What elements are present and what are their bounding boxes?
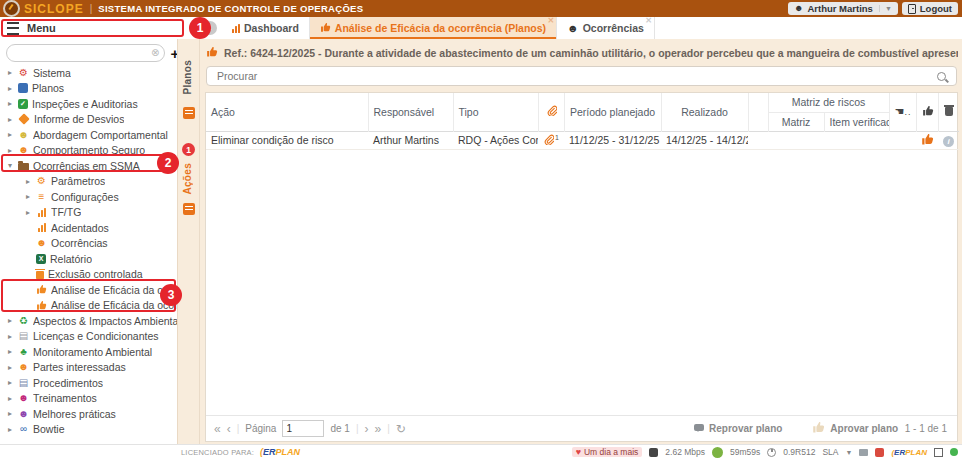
search-icon[interactable] [937,72,946,81]
user-name: Arthur Martins [807,3,872,14]
printer-icon[interactable] [859,449,868,456]
sidebar-item-melhores-praticas[interactable]: ▸☻Melhores práticas [0,406,177,422]
sidebar-item-label: Aspectos & Impactos Ambientais [33,315,177,327]
sidebar-search-input[interactable] [15,47,151,60]
tab-label: Análise de Eficácia da ocorrência (Plano… [335,22,546,34]
close-icon[interactable]: ✕ [645,17,652,25]
col-realizado[interactable]: Realizado [661,93,748,131]
chevron-right-icon[interactable]: ▸ [6,363,14,372]
chevron-right-icon[interactable]: ▸ [6,347,14,356]
col-matriz[interactable]: Matriz [768,112,824,131]
chevron-right-icon[interactable]: ▸ [6,130,14,139]
chevron-right-icon[interactable]: ▸ [6,378,14,387]
col-periodo[interactable]: Período planejado [564,93,661,131]
last-page-icon[interactable]: » [375,423,382,435]
first-page-icon[interactable]: « [214,423,221,435]
chevron-right-icon[interactable]: ▸ [6,115,14,124]
chevron-right-icon[interactable]: ▸ [6,316,14,325]
chevron-right-icon[interactable]: ▸ [6,68,14,77]
aprovar-plano-button[interactable]: Aprovar plano [812,421,898,436]
user-icon: ☻ [794,4,803,13]
tab-dashboard[interactable]: Dashboard [222,17,310,39]
chevron-right-icon[interactable]: ▸ [6,409,14,418]
col-attachments[interactable] [538,93,564,131]
acoes-tab-icon[interactable] [183,203,195,215]
close-icon[interactable]: ✕ [547,17,554,25]
sidebar-item-aspectos-impactos-ambientais[interactable]: ▸♻Aspectos & Impactos Ambientais [0,313,177,329]
table-search-input[interactable] [215,69,937,83]
sidebar-item-inspecoes-e-auditorias[interactable]: ▸✓Inspeções e Auditorias [0,96,177,112]
col-item-verificado[interactable]: Item verificado [824,112,889,131]
sidebar-item-monitoramento-ambiental[interactable]: ▸♣Monitoramento Ambiental [0,344,177,360]
sidebar-item-abordagem-comportamental[interactable]: ▸☻Abordagem Comportamental [0,127,177,143]
planos-tab-icon[interactable] [183,107,195,119]
col-acao[interactable]: Ação [206,93,368,131]
vtab-acoes[interactable]: Ações [182,163,193,195]
sidebar-item-parametros[interactable]: ▸⚙Parâmetros [0,174,177,190]
next-page-icon[interactable]: › [365,423,369,435]
sidebar-item-bowtie[interactable]: ▸∞Bowtie [0,422,177,438]
sidebar-search-box[interactable]: ⊗ [6,44,165,62]
col-responsavel[interactable]: Responsável [368,93,453,131]
col-spacer [748,93,768,131]
sidebar-item-planos[interactable]: ▸Planos [0,81,177,97]
sidebar-item-relatorio[interactable]: XRelatório [0,251,177,267]
chevron-right-icon[interactable]: ▸ [6,99,14,108]
info-icon[interactable]: i [943,136,954,147]
pagina-label: Página [245,423,276,434]
sla-label[interactable]: SLA [822,447,838,457]
chevron-right-icon[interactable]: ▸ [24,192,32,201]
chevron-right-icon[interactable]: ▸ [6,84,14,93]
reprovar-plano-button[interactable]: Reprovar plano [694,423,782,434]
sidebar-item-informe-de-desvios[interactable]: ▸Informe de Desvios [0,112,177,128]
col-thumbs[interactable] [916,93,938,131]
licensed-label: LICENCIADO PARA: [181,448,254,457]
chevron-right-icon[interactable]: ▸ [24,208,32,217]
sidebar-item-treinamentos[interactable]: ▸☻Treinamentos [0,391,177,407]
col-trash[interactable] [938,93,959,131]
add-button[interactable]: + [170,46,178,61]
cell-attachments[interactable]: 1 [538,131,564,149]
page-input[interactable] [282,420,324,437]
col-hand[interactable]: ☚.. [889,93,916,131]
cell-info[interactable]: i [938,131,959,149]
gear-icon: ⚙ [36,176,47,186]
cell-thumbs-up[interactable] [916,131,938,149]
vtab-planos[interactable]: Planos [182,60,193,95]
tab-analise-eficacia[interactable]: Análise de Eficácia da ocorrência (Plano… [310,17,557,39]
chevron-right-icon[interactable]: ▸ [6,394,14,403]
chevron-right-icon[interactable]: ▸ [24,177,32,186]
sidebar-item-licencas-e-condicionantes[interactable]: ▸▤Licenças e Condicionantes [0,329,177,345]
sidebar-item-partes-interessadas[interactable]: ▸☻Partes interessadas [0,360,177,376]
col-tipo[interactable]: Tipo [453,93,538,131]
fullscreen-icon[interactable] [934,448,943,457]
alert-icon[interactable] [875,448,884,457]
logout-button[interactable]: Logout [902,2,958,15]
thumbs-up-icon[interactable] [921,136,934,148]
clear-search-icon[interactable]: ⊗ [151,48,159,58]
cell-acao[interactable]: Eliminar condição de risco [206,131,368,149]
tab-bar: Dashboard Análise de Eficácia da ocorrên… [222,17,655,39]
chevron-down-icon[interactable]: ▼ [845,449,852,456]
tab-ocorrencias[interactable]: ☻ Ocorrências ✕ [557,17,655,39]
sidebar-item-configuracoes[interactable]: ▸≡Configurações [0,189,177,205]
refresh-icon[interactable]: ↻ [396,423,406,435]
document-icon: ▤ [18,331,29,341]
table-row[interactable]: Eliminar condição de riscoArthur Martins… [206,131,959,149]
table-search-bar[interactable] [206,66,957,86]
session-timer-icon[interactable] [712,447,723,458]
prev-page-icon[interactable]: ‹ [227,423,231,435]
tree-icon: ♣ [18,347,29,357]
sidebar-item-acidentados[interactable]: Acidentados [0,220,177,236]
clipboard-icon: ✓ [18,99,28,109]
sidebar-item-sistema[interactable]: ▸⚙Sistema [0,65,177,81]
um-dia-a-mais-badge[interactable]: ♥Um dia a mais [572,447,643,457]
annotation-circle-2: 2 [157,152,179,174]
sidebar-item-ocorrencias[interactable]: ☻Ocorrências [0,236,177,252]
sidebar-item-tf-tg[interactable]: ▸TF/TG [0,205,177,221]
sidebar-item-label: Configurações [51,191,119,203]
user-menu-button[interactable]: ☻ Arthur Martins ▼ [788,2,898,15]
chevron-right-icon[interactable]: ▸ [6,332,14,341]
chevron-right-icon[interactable]: ▸ [6,425,14,434]
sidebar-item-procedimentos[interactable]: ▸▤Procedimentos [0,375,177,391]
